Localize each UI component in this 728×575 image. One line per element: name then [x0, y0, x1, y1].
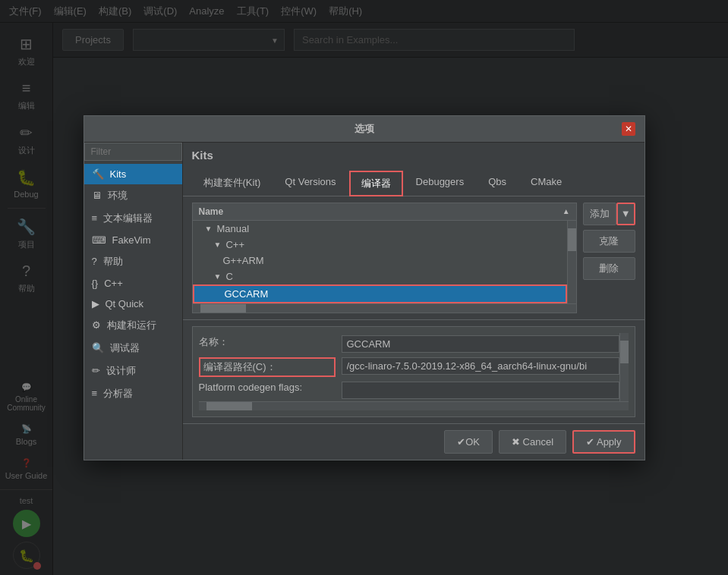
fakevim-label: FakeVim — [112, 234, 151, 246]
compiler-section: Name ▲ ▼ Manual — [183, 196, 644, 319]
filter-input[interactable] — [84, 143, 182, 161]
tab-build-kit[interactable]: 构建套件(Kit) — [192, 171, 273, 196]
nav-item-help[interactable]: ? 帮助 — [84, 250, 182, 273]
expand-c-icon: ▼ — [214, 272, 222, 281]
designer-label: 设计师 — [106, 364, 136, 378]
detail-scrollbar-thumb — [620, 341, 629, 363]
env-label: 环境 — [108, 189, 128, 203]
detail-scrollbar-thumb-h — [206, 402, 252, 410]
tree-gccarm-label: GCCARM — [225, 288, 269, 300]
tree-gccarm[interactable]: GCCARM — [193, 284, 567, 303]
name-row: 名称： — [199, 333, 619, 355]
modal-title: 选项 — [107, 122, 622, 136]
tree-gpparm-label: G++ARM — [223, 255, 264, 266]
tree-area: ▼ Manual ▼ C++ — [193, 221, 576, 303]
sort-icon: ▲ — [563, 207, 570, 215]
platform-flags-input[interactable] — [342, 382, 619, 399]
nav-item-designer[interactable]: ✏ 设计师 — [84, 360, 182, 382]
clone-compiler-button[interactable]: 克隆 — [583, 230, 635, 253]
nav-item-analyzer[interactable]: ≡ 分析器 — [84, 382, 182, 405]
texteditor-label: 文本编辑器 — [103, 212, 153, 225]
nav-help-label: 帮助 — [103, 255, 123, 269]
nav-item-qtquick[interactable]: ▶ Qt Quick — [84, 294, 182, 314]
qtquick-icon: ▶ — [92, 298, 99, 309]
debugger-icon: 🔍 — [92, 342, 104, 353]
compiler-path-row: 编译器路径(C)： — [199, 355, 619, 379]
options-modal: 选项 ✕ 🔨 Kits 🖥 环境 ≡ 文本编辑器 — [84, 115, 645, 460]
nav-item-buildrun[interactable]: ⚙ 构建和运行 — [84, 314, 182, 337]
add-compiler-dropdown[interactable]: ▼ — [616, 203, 635, 225]
cpp-label: C++ — [104, 278, 123, 289]
nav-item-texteditor[interactable]: ≡ 文本编辑器 — [84, 207, 182, 230]
modal-overlay: 选项 ✕ 🔨 Kits 🖥 环境 ≡ 文本编辑器 — [0, 0, 728, 575]
analyzer-icon: ≡ — [92, 388, 98, 399]
list-name-header: Name — [199, 206, 224, 217]
name-label: 名称： — [199, 335, 336, 349]
buildrun-label: 构建和运行 — [107, 319, 156, 332]
buildrun-icon: ⚙ — [92, 319, 101, 331]
compiler-list-container: Name ▲ ▼ Manual — [192, 203, 577, 313]
compiler-path-input[interactable] — [342, 357, 619, 375]
fakevim-icon: ⌨ — [92, 234, 106, 246]
scrollbar-thumb-v — [568, 228, 576, 251]
detail-scrollbar-h[interactable] — [199, 401, 629, 410]
tab-qt-versions[interactable]: Qt Versions — [273, 171, 347, 196]
tree-manual[interactable]: ▼ Manual — [193, 221, 567, 237]
cpp-icon: {} — [92, 278, 99, 289]
compiler-list-header: Name ▲ — [193, 203, 576, 221]
modal-sidebar: 🔨 Kits 🖥 环境 ≡ 文本编辑器 ⌨ FakeVim ? 帮助 — [84, 143, 183, 460]
detail-scrollbar-v[interactable] — [619, 333, 629, 401]
analyzer-label: 分析器 — [103, 387, 133, 401]
platform-flags-label: Platform codegen flags: — [199, 382, 336, 393]
tab-qbs[interactable]: Qbs — [477, 171, 518, 196]
list-scrollbar-v[interactable] — [567, 221, 576, 303]
tree-content: ▼ Manual ▼ C++ — [193, 221, 567, 303]
modal-titlebar: 选项 ✕ — [84, 116, 644, 143]
add-compiler-button[interactable]: 添加 — [583, 203, 616, 225]
add-button-wrapper: 添加 ▼ — [583, 203, 635, 225]
detail-panel: 名称： 编译器路径(C)： Platform c — [192, 326, 635, 417]
tree-c[interactable]: ▼ C — [193, 269, 567, 284]
tree-cpp[interactable]: ▼ C++ — [193, 237, 567, 253]
tab-debuggers[interactable]: Debuggers — [405, 171, 476, 196]
kits-nav-icon: 🔨 — [92, 168, 104, 180]
platform-flags-row: Platform codegen flags: — [199, 379, 619, 401]
cancel-button[interactable]: ✖ Cancel — [499, 430, 566, 454]
modal-close-button[interactable]: ✕ — [622, 122, 635, 136]
apply-button[interactable]: ✔ Apply — [572, 430, 635, 454]
env-icon: 🖥 — [92, 190, 102, 201]
expand-manual-icon: ▼ — [205, 225, 213, 233]
modal-footer: ✔OK ✖ Cancel ✔ Apply — [183, 423, 644, 460]
designer-icon: ✏ — [92, 365, 100, 376]
delete-compiler-button[interactable]: 删除 — [583, 257, 635, 280]
modal-body: 🔨 Kits 🖥 环境 ≡ 文本编辑器 ⌨ FakeVim ? 帮助 — [84, 143, 644, 460]
tab-cmake[interactable]: CMake — [519, 171, 573, 196]
nav-item-fakevim[interactable]: ⌨ FakeVim — [84, 230, 182, 250]
compiler-path-label: 编译器路径(C)： — [199, 357, 336, 377]
compiler-buttons: 添加 ▼ 克隆 删除 — [583, 203, 635, 313]
modal-right-content: Kits 构建套件(Kit) Qt Versions 编译器 Debuggers… — [183, 143, 644, 460]
compiler-list-wrap: Name ▲ ▼ Manual — [192, 203, 635, 313]
tab-compilers[interactable]: 编译器 — [349, 171, 403, 196]
name-input[interactable] — [342, 335, 619, 353]
nav-item-cpp[interactable]: {} C++ — [84, 273, 182, 294]
nav-item-kits[interactable]: 🔨 Kits — [84, 164, 182, 184]
tabs-bar: 构建套件(Kit) Qt Versions 编译器 Debuggers Qbs … — [183, 168, 644, 196]
expand-cpp-icon: ▼ — [214, 240, 222, 249]
kits-title: Kits — [192, 149, 213, 162]
nav-item-environment[interactable]: 🖥 环境 — [84, 184, 182, 207]
nav-help-icon: ? — [92, 256, 97, 267]
texteditor-icon: ≡ — [92, 212, 98, 224]
list-scrollbar-h[interactable] — [193, 303, 576, 313]
tree-manual-label: Manual — [216, 223, 249, 234]
detail-scroll-area: 名称： 编译器路径(C)： Platform c — [199, 333, 629, 401]
nav-item-debugger[interactable]: 🔍 调试器 — [84, 337, 182, 360]
kits-nav-label: Kits — [110, 168, 127, 180]
scrollbar-thumb-h — [200, 304, 246, 313]
ok-button[interactable]: ✔OK — [444, 430, 493, 454]
debugger-label: 调试器 — [110, 341, 140, 355]
tree-gpparm[interactable]: G++ARM — [193, 253, 567, 269]
detail-fields: 名称： 编译器路径(C)： Platform c — [199, 333, 619, 401]
qtquick-label: Qt Quick — [106, 298, 144, 309]
kits-header: Kits — [183, 143, 644, 168]
